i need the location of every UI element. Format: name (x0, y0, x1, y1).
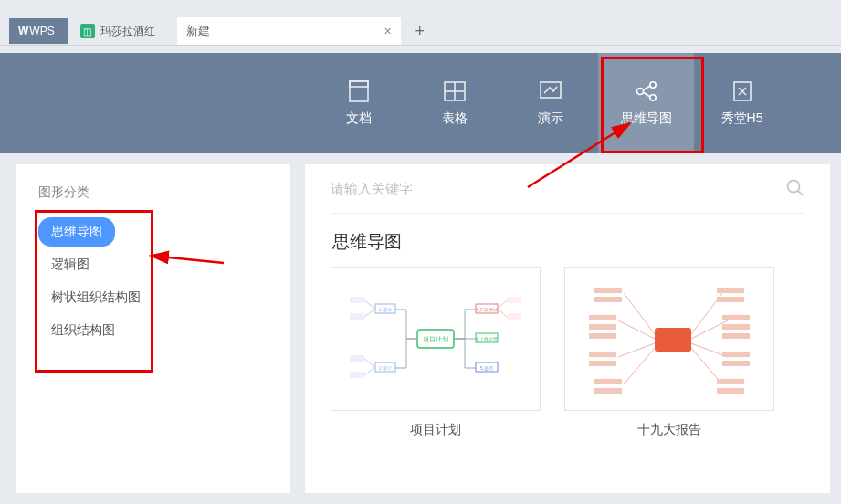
svg-rect-63 (722, 352, 750, 357)
svg-rect-0 (350, 81, 368, 101)
svg-line-42 (618, 320, 655, 339)
ribbon-label: 秀堂H5 (721, 110, 763, 127)
svg-rect-1 (350, 81, 368, 87)
svg-point-7 (649, 82, 655, 88)
svg-text:3.开发测试: 3.开发测试 (476, 307, 498, 312)
section-title: 思维导图 (332, 230, 804, 254)
ribbon-item-mindmap[interactable]: 思维导图 (598, 53, 694, 153)
svg-rect-52 (589, 324, 616, 330)
file-tab[interactable]: ◫ 玛莎拉酒红 (73, 18, 172, 44)
ribbon-label: 思维导图 (621, 110, 672, 127)
svg-rect-53 (589, 333, 616, 339)
svg-rect-57 (594, 388, 622, 394)
svg-text:5.总结: 5.总结 (480, 365, 493, 371)
template-name: 十九大报告 (637, 422, 701, 438)
template-thumbnail (564, 267, 774, 411)
ribbon-label: 表格 (442, 110, 468, 127)
svg-line-36 (498, 300, 507, 309)
svg-rect-60 (722, 315, 750, 320)
template-card[interactable]: 项目计划 1.需求 2.设计 3.开发测试 (331, 267, 541, 438)
svg-line-24 (364, 309, 375, 317)
sidebar-item-tree-org[interactable]: 树状组织结构图 (38, 283, 153, 312)
search-input[interactable] (331, 181, 784, 196)
svg-rect-27 (350, 355, 364, 362)
file-type-icon: ◫ (80, 24, 95, 38)
tab-bar: W WPS ◫ 玛莎拉酒红 新建 × + (0, 0, 841, 46)
svg-point-8 (649, 95, 655, 100)
add-tab-button[interactable]: + (406, 18, 434, 44)
svg-rect-50 (594, 297, 622, 302)
sidebar-list: 思维导图 逻辑图 树状组织结构图 组织结构图 (38, 217, 268, 345)
svg-rect-56 (594, 379, 622, 384)
svg-rect-54 (589, 352, 616, 357)
svg-rect-66 (717, 388, 744, 394)
svg-rect-37 (507, 297, 521, 303)
svg-line-15 (798, 191, 803, 195)
svg-point-14 (788, 180, 800, 192)
svg-line-9 (643, 86, 650, 90)
svg-line-26 (364, 359, 375, 367)
wps-logo-icon: W (18, 25, 27, 37)
main-panel: 思维导图 项目计划 1.需求 2.设计 (305, 164, 830, 493)
svg-point-6 (636, 89, 643, 95)
svg-line-38 (498, 309, 507, 317)
ribbon-label: 文档 (346, 110, 372, 127)
sidebar-item-org[interactable]: 组织结构图 (38, 316, 128, 345)
mindmap-icon (633, 79, 660, 103)
svg-rect-62 (722, 333, 750, 339)
svg-rect-5 (541, 82, 561, 98)
wps-tab-label: WPS (29, 25, 54, 37)
ribbon-item-doc[interactable]: 文档 (310, 53, 406, 153)
svg-rect-65 (717, 379, 744, 384)
search-row (331, 164, 804, 214)
h5-icon (729, 79, 756, 103)
presentation-icon (537, 79, 564, 103)
wps-tab[interactable]: W WPS (9, 18, 68, 44)
close-icon[interactable]: × (384, 24, 391, 38)
svg-line-43 (618, 343, 655, 357)
svg-rect-55 (589, 361, 616, 366)
svg-line-28 (364, 367, 375, 375)
ribbon-label: 演示 (538, 110, 563, 127)
ribbon-item-sheet[interactable]: 表格 (406, 53, 502, 153)
svg-rect-61 (722, 324, 750, 330)
sidebar: 图形分类 思维导图 逻辑图 树状组织结构图 组织结构图 (16, 164, 290, 493)
sidebar-item-mindmap[interactable]: 思维导图 (38, 217, 115, 247)
svg-line-41 (624, 293, 655, 334)
spreadsheet-icon (441, 79, 468, 103)
svg-rect-39 (507, 313, 521, 320)
svg-rect-64 (722, 361, 750, 366)
new-tab[interactable]: 新建 × (177, 17, 401, 45)
svg-text:1.需求: 1.需求 (379, 307, 392, 312)
svg-rect-40 (655, 328, 691, 352)
svg-text:2.设计: 2.设计 (379, 365, 392, 371)
svg-text:项目计划: 项目计划 (423, 336, 448, 342)
plus-icon: + (415, 22, 425, 41)
svg-rect-25 (350, 313, 364, 320)
category-ribbon: 文档 表格 演示 思维导图 秀堂H5 (0, 53, 841, 153)
template-card[interactable]: 十九大报告 (564, 267, 774, 438)
sidebar-item-logic[interactable]: 逻辑图 (38, 250, 102, 279)
svg-line-22 (364, 300, 375, 309)
sidebar-title: 图形分类 (38, 184, 268, 201)
svg-line-10 (643, 92, 650, 97)
svg-rect-23 (350, 297, 364, 303)
ribbon-item-h5[interactable]: 秀堂H5 (694, 53, 790, 153)
template-name: 项目计划 (410, 422, 461, 438)
search-icon[interactable] (784, 177, 804, 201)
svg-rect-58 (717, 288, 744, 293)
svg-rect-29 (350, 372, 364, 378)
ribbon-item-presentation[interactable]: 演示 (502, 53, 598, 153)
svg-text:4.上线运营: 4.上线运营 (476, 336, 498, 341)
svg-rect-51 (589, 315, 616, 320)
svg-rect-59 (717, 297, 744, 302)
document-icon (345, 79, 373, 103)
file-tab-label: 玛莎拉酒红 (100, 24, 155, 39)
new-tab-label: 新建 (186, 23, 210, 39)
svg-rect-49 (594, 288, 622, 293)
template-thumbnail: 项目计划 1.需求 2.设计 3.开发测试 (331, 267, 541, 411)
template-grid: 项目计划 1.需求 2.设计 3.开发测试 (331, 267, 804, 438)
